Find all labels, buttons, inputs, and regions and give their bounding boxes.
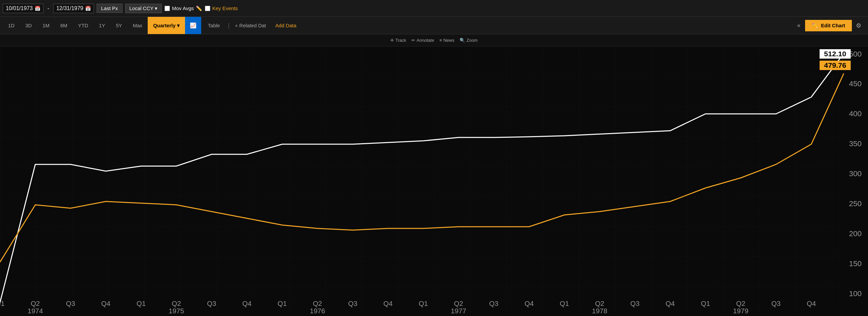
x-label-q1-1977: Q1: [418, 300, 428, 307]
related-data-button[interactable]: + Related Dat: [231, 20, 270, 31]
x-label-q4-1978: Q4: [665, 300, 675, 307]
x-label-q2-1977: Q2: [454, 300, 463, 307]
annotate-label: Annotate: [416, 38, 434, 43]
y-label-250: 250: [849, 199, 862, 208]
x-label-q3-1975: Q3: [207, 300, 216, 307]
track-label: Track: [395, 38, 406, 43]
second-bar: 1D 3D 1M 6M YTD 1Y 5Y Max Quarterly ▾ 📈 …: [0, 17, 868, 34]
mov-avgs-edit-icon: ✏️: [196, 5, 202, 11]
zoom-label: Zoom: [466, 38, 477, 43]
rewind-icon: «: [797, 22, 800, 29]
x-year-1974: 1974: [28, 307, 43, 315]
end-date-field[interactable]: 12/31/1979 📅: [53, 4, 94, 13]
x-label-q2-1974: Q2: [31, 300, 40, 307]
x-year-1979: 1979: [733, 307, 749, 315]
y-label-150: 150: [849, 259, 862, 268]
edit-chart-pencil-icon: ✏️: [812, 23, 818, 29]
currency-dropdown[interactable]: Local CCY ▾: [125, 4, 162, 13]
edit-chart-button[interactable]: ✏️ Edit Chart: [805, 20, 852, 31]
currency-dropdown-arrow: ▾: [155, 5, 157, 11]
related-data-label: + Related Dat: [235, 23, 266, 28]
price-type-button[interactable]: Last Px: [97, 4, 122, 13]
table-button[interactable]: Table: [201, 17, 227, 34]
end-date-text: 12/31/1979: [56, 5, 83, 11]
chart-type-icon-button[interactable]: 📈: [185, 17, 201, 34]
x-label-q1-1975: Q1: [136, 300, 146, 307]
x-year-1976: 1976: [310, 307, 326, 315]
track-item[interactable]: ✛ Track: [390, 38, 406, 43]
x-label-q1-1978: Q1: [560, 300, 569, 307]
x-label-q2-1978: Q2: [595, 300, 604, 307]
key-events-label: Key Events: [212, 5, 238, 11]
white-price-label: 512.10: [824, 50, 846, 58]
annotate-icon: ✏: [411, 38, 415, 43]
y-label-500: 500: [849, 50, 862, 58]
x-label-q3-1976: Q3: [348, 300, 357, 307]
x-label-q1-1979: Q1: [701, 300, 710, 307]
period-max[interactable]: Max: [127, 17, 148, 34]
start-date-field[interactable]: 10/01/1973 📅: [3, 4, 43, 13]
line-chart-icon: 📈: [190, 23, 196, 28]
quarterly-label: Quarterly: [153, 23, 176, 28]
track-crosshair-icon: ✛: [390, 38, 394, 43]
key-events-input[interactable]: [205, 6, 210, 11]
y-label-100: 100: [849, 289, 862, 298]
key-events-checkbox[interactable]: Key Events: [205, 5, 238, 11]
x-label-q2-1976: Q2: [313, 300, 322, 307]
x-label-q3-1977: Q3: [489, 300, 498, 307]
period-ytd[interactable]: YTD: [73, 17, 94, 34]
x-label-q3-1974: Q3: [66, 300, 75, 307]
x-label-q1-1976: Q1: [278, 300, 287, 307]
svg-rect-0: [0, 47, 844, 316]
x-label-q3-1978: Q3: [630, 300, 639, 307]
period-1d[interactable]: 1D: [3, 17, 20, 34]
divider: |: [227, 22, 231, 29]
chart-svg: 500 450 400 350 300 250 200 150 100 Q1 Q…: [0, 47, 868, 316]
chart-container[interactable]: 500 450 400 350 300 250 200 150 100 Q1 Q…: [0, 47, 868, 316]
add-data-button[interactable]: Add Data: [270, 20, 302, 31]
end-date-calendar-icon[interactable]: 📅: [85, 6, 91, 11]
y-label-400: 400: [849, 110, 862, 118]
top-bar: 10/01/1973 📅 - 12/31/1979 📅 Last Px Loca…: [0, 0, 868, 17]
rewind-button[interactable]: «: [792, 19, 805, 32]
date-separator: -: [48, 5, 49, 11]
y-label-200: 200: [849, 229, 862, 238]
x-label-q1-1973: Q1: [0, 300, 5, 307]
y-label-450: 450: [849, 80, 862, 88]
currency-label: Local CCY: [129, 5, 154, 11]
period-quarterly[interactable]: Quarterly ▾: [148, 17, 185, 34]
news-icon: ≡: [439, 38, 442, 43]
news-label: News: [443, 38, 455, 43]
news-item[interactable]: ≡ News: [439, 38, 454, 43]
period-6m[interactable]: 6M: [55, 17, 73, 34]
x-label-q4-1974: Q4: [101, 300, 110, 307]
period-1m[interactable]: 1M: [37, 17, 55, 34]
annotate-item[interactable]: ✏ Annotate: [411, 38, 434, 43]
x-year-1978: 1978: [592, 307, 608, 315]
gold-price-label: 479.76: [824, 61, 846, 69]
period-3d[interactable]: 3D: [20, 17, 37, 34]
start-date-calendar-icon[interactable]: 📅: [35, 6, 40, 11]
x-year-1975: 1975: [168, 307, 184, 315]
zoom-icon: 🔍: [460, 38, 465, 43]
x-label-q4-1976: Q4: [383, 300, 393, 307]
x-label-q3-1979: Q3: [771, 300, 780, 307]
start-date-text: 10/01/1973: [6, 5, 33, 11]
x-label-q4-1977: Q4: [525, 300, 534, 307]
x-label-q2-1979: Q2: [736, 300, 745, 307]
y-label-300: 300: [849, 169, 862, 178]
settings-gear-icon: ⚙: [856, 22, 861, 29]
mov-avgs-input[interactable]: [164, 6, 170, 11]
period-5y[interactable]: 5Y: [110, 17, 127, 34]
period-1y[interactable]: 1Y: [94, 17, 110, 34]
settings-button[interactable]: ⚙: [852, 19, 865, 32]
zoom-item[interactable]: 🔍 Zoom: [460, 38, 477, 43]
y-label-350: 350: [849, 140, 862, 148]
x-year-1977: 1977: [451, 307, 466, 315]
mov-avgs-label: Mov Avgs: [172, 5, 194, 11]
quarterly-dropdown-arrow: ▾: [177, 23, 180, 29]
x-label-q4-1975: Q4: [242, 300, 251, 307]
mov-avgs-checkbox[interactable]: Mov Avgs ✏️: [164, 5, 202, 11]
x-label-q4-1979: Q4: [807, 300, 816, 307]
track-bar: ✛ Track ✏ Annotate ≡ News 🔍 Zoom: [0, 34, 868, 47]
